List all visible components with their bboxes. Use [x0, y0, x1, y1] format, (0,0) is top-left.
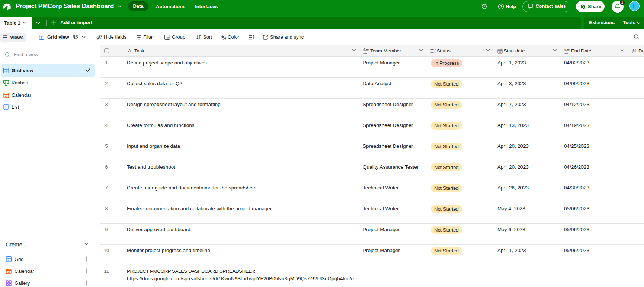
svg-text:31: 31: [499, 51, 502, 53]
svg-text:31: 31: [5, 95, 8, 97]
svg-text:A: A: [363, 48, 365, 51]
svg-text:A: A: [128, 48, 131, 54]
svg-text:31: 31: [8, 271, 10, 273]
svg-text:A: A: [564, 48, 566, 51]
